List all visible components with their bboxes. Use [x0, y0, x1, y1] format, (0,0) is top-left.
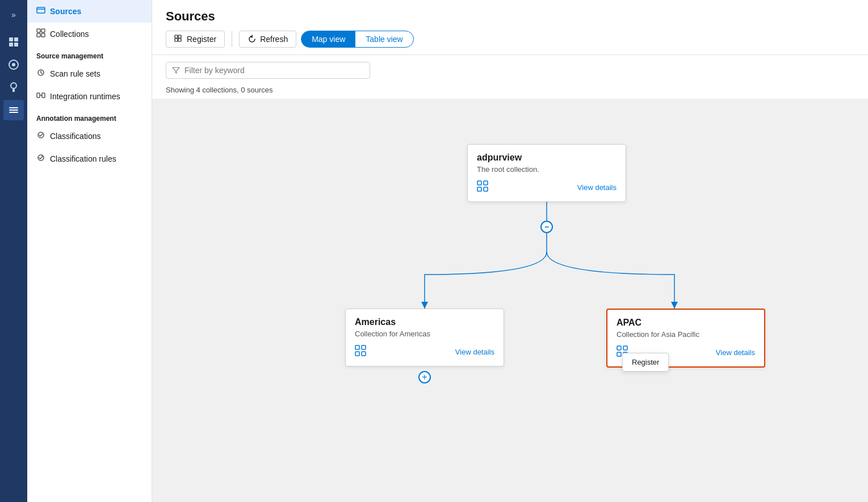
- status-text: Showing 4 collections, 0 sources: [166, 86, 273, 94]
- sidebar-item-integration-runtimes[interactable]: Integration runtimes: [27, 85, 152, 108]
- source-management-heading: Source management: [27, 45, 152, 62]
- sidebar-item-classifications[interactable]: Classifications: [27, 125, 152, 147]
- svg-rect-13: [37, 29, 40, 32]
- refresh-icon: [248, 35, 257, 44]
- svg-marker-30: [671, 302, 678, 309]
- page-title: Sources: [166, 9, 854, 24]
- americas-node-view-details[interactable]: View details: [455, 348, 494, 356]
- classification-rules-label: Classification rules: [50, 154, 116, 163]
- sidebar-item-sources[interactable]: Sources: [27, 0, 152, 23]
- svg-rect-35: [355, 345, 359, 349]
- register-popup-label: Register: [632, 358, 659, 366]
- svg-rect-31: [477, 181, 481, 185]
- sidebar-item-scan-rule-sets[interactable]: Scan rule sets: [27, 62, 152, 85]
- toolbar: Register Refresh Map view Table view: [166, 31, 854, 54]
- classifications-label: Classifications: [50, 132, 100, 141]
- sidebar: Sources Collections Source management Sc…: [27, 0, 152, 502]
- svg-rect-24: [178, 35, 181, 38]
- root-node-grid-icon: [477, 180, 488, 195]
- svg-rect-10: [9, 112, 18, 113]
- filter-icon: [172, 66, 180, 74]
- sidebar-item-classification-rules[interactable]: Classification rules: [27, 147, 152, 170]
- svg-rect-36: [362, 345, 366, 349]
- expand-americas-button[interactable]: +: [418, 371, 431, 383]
- view-toggle: Map view Table view: [301, 31, 414, 48]
- svg-rect-37: [355, 352, 359, 356]
- collections-label: Collections: [50, 29, 89, 39]
- apac-node-title: APAC: [617, 318, 755, 328]
- svg-point-6: [11, 83, 16, 88]
- refresh-button[interactable]: Refresh: [239, 31, 296, 48]
- scan-rule-sets-icon: [36, 68, 45, 79]
- table-view-label: Table view: [366, 35, 402, 44]
- page-header: Sources Register Refresh Map view Table …: [152, 0, 868, 55]
- svg-rect-39: [617, 346, 621, 350]
- svg-rect-34: [484, 187, 488, 191]
- toolbar-divider: [232, 31, 232, 47]
- manage-nav-icon[interactable]: [3, 100, 24, 120]
- register-icon: [174, 35, 183, 44]
- svg-rect-38: [362, 352, 366, 356]
- svg-rect-15: [37, 33, 40, 37]
- svg-rect-11: [37, 7, 45, 13]
- apac-node-view-details[interactable]: View details: [716, 348, 755, 357]
- svg-rect-25: [175, 39, 178, 41]
- root-node-desc: The root collection.: [477, 165, 617, 174]
- collapse-rail-button[interactable]: »: [3, 5, 24, 25]
- map-view-label: Map view: [312, 35, 345, 44]
- classifications-icon: [36, 130, 45, 142]
- data-nav-icon[interactable]: [3, 54, 24, 75]
- svg-rect-1: [14, 37, 18, 41]
- americas-node-footer: View details: [355, 345, 494, 359]
- icon-rail: »: [0, 0, 27, 502]
- root-node: adpurview The root collection. View deta…: [467, 144, 626, 202]
- svg-rect-9: [9, 109, 18, 111]
- svg-rect-33: [477, 187, 481, 191]
- map-view-button[interactable]: Map view: [301, 31, 355, 47]
- root-node-title: adpurview: [477, 153, 617, 163]
- filter-bar: [152, 55, 868, 86]
- svg-rect-23: [175, 35, 178, 38]
- integration-runtimes-label: Integration runtimes: [50, 92, 120, 101]
- americas-node-title: Americas: [355, 317, 494, 327]
- svg-rect-14: [41, 29, 45, 32]
- catalog-nav-icon[interactable]: [3, 32, 24, 52]
- svg-rect-3: [14, 43, 18, 47]
- refresh-label: Refresh: [260, 35, 288, 44]
- americas-node: Americas Collection for Americas View de…: [345, 309, 504, 366]
- svg-rect-40: [623, 346, 627, 350]
- collapse-button[interactable]: −: [540, 221, 553, 233]
- filter-input[interactable]: [184, 66, 364, 75]
- svg-rect-26: [178, 39, 181, 41]
- root-node-footer: View details: [477, 180, 617, 195]
- svg-rect-7: [12, 89, 15, 92]
- filter-input-wrap: [166, 62, 370, 79]
- map-area: adpurview The root collection. View deta…: [152, 99, 868, 502]
- sources-icon: [36, 6, 45, 17]
- americas-node-grid-icon: [355, 345, 366, 359]
- status-bar: Showing 4 collections, 0 sources: [152, 86, 868, 99]
- classification-rules-icon: [36, 153, 45, 164]
- svg-point-5: [12, 63, 15, 66]
- collections-icon: [36, 28, 45, 40]
- svg-rect-2: [9, 43, 13, 47]
- apac-node-desc: Collection for Asia Pacific: [617, 330, 755, 339]
- root-node-view-details[interactable]: View details: [577, 183, 617, 192]
- register-popup[interactable]: Register: [622, 353, 669, 372]
- sidebar-item-collections[interactable]: Collections: [27, 23, 152, 45]
- insights-nav-icon[interactable]: [3, 77, 24, 98]
- svg-rect-18: [37, 93, 40, 98]
- register-button[interactable]: Register: [166, 31, 225, 48]
- svg-marker-29: [421, 302, 428, 309]
- annotation-management-heading: Annotation management: [27, 108, 152, 125]
- svg-rect-41: [617, 352, 621, 356]
- sources-label: Sources: [50, 7, 81, 16]
- svg-rect-8: [9, 107, 18, 108]
- integration-runtimes-icon: [36, 91, 45, 102]
- register-label: Register: [187, 35, 216, 44]
- scan-rule-sets-label: Scan rule sets: [50, 69, 100, 78]
- svg-rect-19: [42, 93, 45, 98]
- table-view-button[interactable]: Table view: [355, 31, 413, 47]
- svg-rect-0: [9, 37, 13, 41]
- main-content: Sources Register Refresh Map view Table …: [152, 0, 868, 502]
